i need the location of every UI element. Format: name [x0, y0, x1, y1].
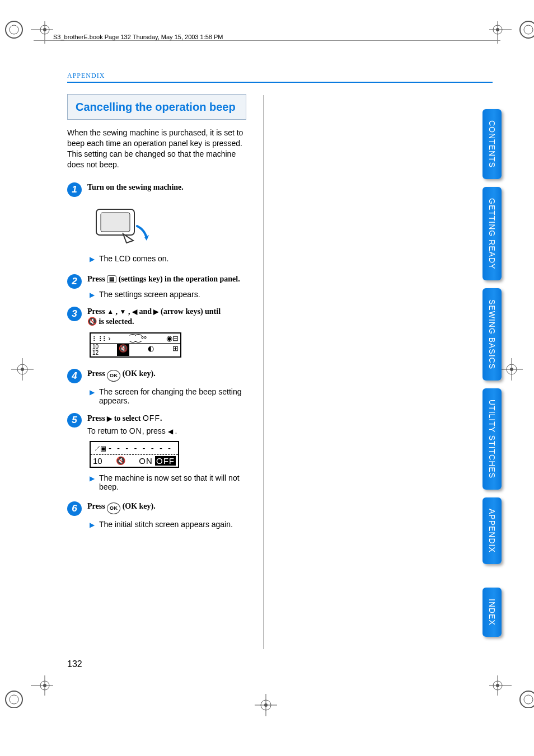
- svg-rect-37: [101, 213, 130, 232]
- svg-point-27: [21, 368, 24, 371]
- settings-key-icon: ▤: [107, 275, 116, 283]
- result-arrow-icon: ▶: [90, 255, 95, 263]
- svg-point-21: [496, 684, 499, 687]
- svg-point-1: [10, 25, 18, 34]
- crop-mark-bottom-left: [0, 663, 45, 708]
- step-4-head: Press OK (OK key).: [87, 369, 257, 382]
- left-arrow-icon: ◀: [132, 308, 137, 317]
- right-arrow-icon: ▶: [107, 415, 112, 424]
- crop-mark-top-right: [489, 16, 534, 60]
- tab-utility-stitches[interactable]: UTILITY STITCHES: [483, 388, 502, 490]
- step-2-result: The settings screen appears.: [99, 290, 200, 299]
- result-arrow-icon: ▶: [90, 475, 95, 482]
- step-5-sub: To return to ON, press ◀ .: [87, 426, 257, 435]
- step-number-4: 4: [67, 369, 82, 383]
- speaker-icon: 🔇: [87, 317, 97, 326]
- step-5-head: Press ▶ to select OFF.: [87, 413, 257, 424]
- step-number-3: 3: [67, 307, 82, 321]
- step-3-head: Press ▲ , ▼ , ◀ and ▶ (arrow keys) until…: [87, 307, 257, 327]
- svg-point-22: [520, 691, 534, 708]
- column-divider: [263, 95, 264, 649]
- header-rule: [34, 40, 500, 41]
- intro-paragraph: When the sewing machine is purchased, it…: [67, 128, 252, 170]
- on-glyph: ON: [129, 426, 142, 435]
- down-arrow-icon: ▼: [120, 308, 127, 317]
- step-4: 4 Press OK (OK key). ▶ The screen for ch…: [67, 369, 257, 405]
- tab-appendix[interactable]: APPENDIX: [483, 497, 502, 564]
- result-arrow-icon: ▶: [90, 291, 95, 299]
- crop-mark-top-left: [0, 16, 45, 60]
- svg-point-23: [524, 695, 533, 704]
- section-label: APPENDIX: [67, 72, 105, 79]
- step-6: 6 Press OK (OK key). ▶ The initial stitc…: [67, 501, 257, 529]
- svg-point-17: [10, 695, 18, 704]
- tab-index[interactable]: INDEX: [483, 588, 502, 637]
- ok-key-icon: OK: [107, 370, 120, 382]
- topic-title: Cancelling the operation beep: [76, 100, 238, 114]
- step-1-head: Turn on the sewing machine.: [87, 182, 257, 192]
- step-3: 3 Press ▲ , ▼ , ◀ and ▶ (arrow keys) unt…: [67, 307, 257, 327]
- left-arrow-icon: ◀: [168, 428, 173, 435]
- ok-key-icon: OK: [107, 503, 120, 514]
- page-number: 132: [67, 659, 82, 669]
- step-number-2: 2: [67, 274, 82, 289]
- step-6-head: Press OK (OK key).: [87, 501, 257, 514]
- tab-sewing-basics[interactable]: SEWING BASICS: [483, 288, 502, 381]
- step-2-head: Press ▤ (settings key) in the operation …: [87, 274, 257, 284]
- up-arrow-icon: ▲: [107, 308, 114, 317]
- section-header: APPENDIX: [67, 70, 493, 83]
- lcd-beep-onoff: ⟋▣- - - - - - - - 10 🔇 ON OFF: [90, 441, 493, 468]
- svg-point-15: [43, 684, 46, 687]
- step-number-5: 5: [67, 413, 82, 428]
- crop-mark-bottom-right: [489, 663, 534, 708]
- step-number-1: 1: [67, 182, 82, 197]
- svg-point-6: [520, 21, 534, 38]
- step-1: 1 Turn on the sewing machine.: [67, 182, 257, 197]
- book-header-line: S3_brotherE.book Page 132 Thursday, May …: [53, 34, 223, 40]
- step-2: 2 Press ▤ (settings key) in the operatio…: [67, 274, 257, 299]
- result-arrow-icon: ▶: [90, 388, 95, 396]
- tab-getting-ready[interactable]: GETTING READY: [483, 187, 502, 280]
- reg-bottom: [255, 694, 277, 719]
- step-5: 5 Press ▶ to select OFF. To return to ON…: [67, 413, 257, 435]
- speaker-icon: 🔇: [116, 456, 125, 465]
- svg-point-11: [496, 28, 499, 31]
- step-5-result: The machine is now set so that it will n…: [99, 473, 257, 491]
- off-glyph: OFF: [143, 414, 160, 422]
- topic-title-box: Cancelling the operation beep: [67, 94, 246, 120]
- svg-point-7: [524, 25, 533, 34]
- svg-point-5: [43, 28, 46, 31]
- svg-point-0: [6, 21, 22, 38]
- lcd-settings-screen: ⫶ ⫶⫶ ›⁐⁐ᵒᵒ◉⊟ 1012 🔇 ◐ ⊞: [90, 332, 493, 358]
- reg-right: [500, 358, 523, 383]
- illustration-power-on: [90, 204, 493, 248]
- step-1-result: The LCD comes on.: [99, 254, 169, 263]
- svg-point-16: [6, 691, 22, 708]
- side-tabs: CONTENTS GETTING READY SEWING BASICS UTI…: [483, 109, 502, 637]
- step-number-6: 6: [67, 501, 82, 516]
- reg-left: [11, 358, 34, 383]
- svg-point-31: [510, 368, 513, 371]
- svg-point-35: [264, 703, 268, 707]
- step-4-result: The screen for changing the beep setting…: [99, 387, 257, 405]
- result-arrow-icon: ▶: [90, 521, 95, 529]
- tab-contents[interactable]: CONTENTS: [483, 109, 502, 179]
- step-6-result: The initial stitch screen appears again.: [99, 520, 233, 529]
